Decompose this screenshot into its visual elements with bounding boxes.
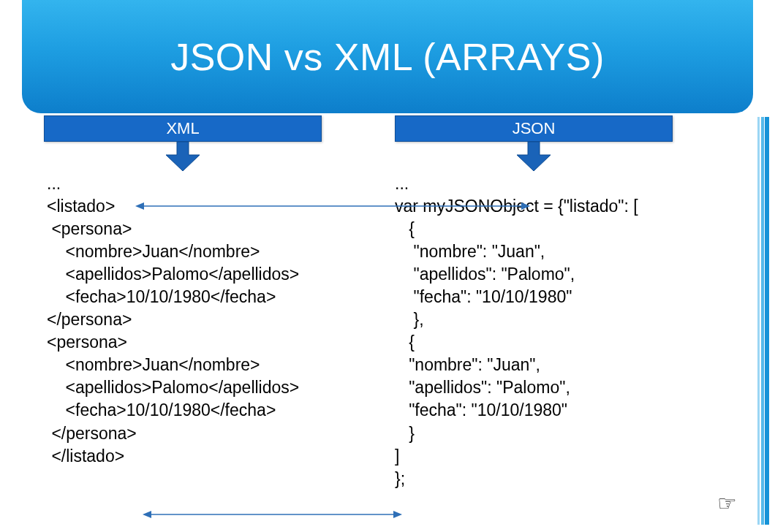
svg-marker-4 (143, 511, 151, 518)
column-header-xml: XML (44, 115, 322, 142)
slide-title: JSON vs XML (ARRAYS) (170, 35, 605, 79)
title-band: JSON vs XML (ARRAYS) (22, 0, 753, 113)
arrow-down-icon (166, 142, 200, 171)
arrow-down-icon (517, 142, 551, 171)
hand-pointer-icon: ☞ (717, 490, 737, 516)
correspondence-arrow-top (135, 201, 530, 211)
svg-marker-1 (135, 202, 144, 210)
column-header-json: JSON (395, 115, 673, 142)
json-code-block: ... var myJSONObject = {"listado": [ { "… (395, 172, 638, 490)
correspondence-arrow-bottom (143, 509, 402, 520)
slide-root: JSON vs XML (ARRAYS) XML JSON ... <lista… (0, 0, 775, 532)
content-area: XML JSON ... <listado> <persona> <nombre… (29, 115, 746, 532)
column-header-xml-label: XML (166, 119, 199, 138)
column-header-json-label: JSON (513, 119, 556, 138)
xml-code-block: ... <listado> <persona> <nombre>Juan</no… (47, 172, 299, 468)
decorative-stripes-right (753, 117, 769, 525)
svg-marker-2 (521, 202, 530, 210)
svg-marker-5 (393, 511, 402, 518)
